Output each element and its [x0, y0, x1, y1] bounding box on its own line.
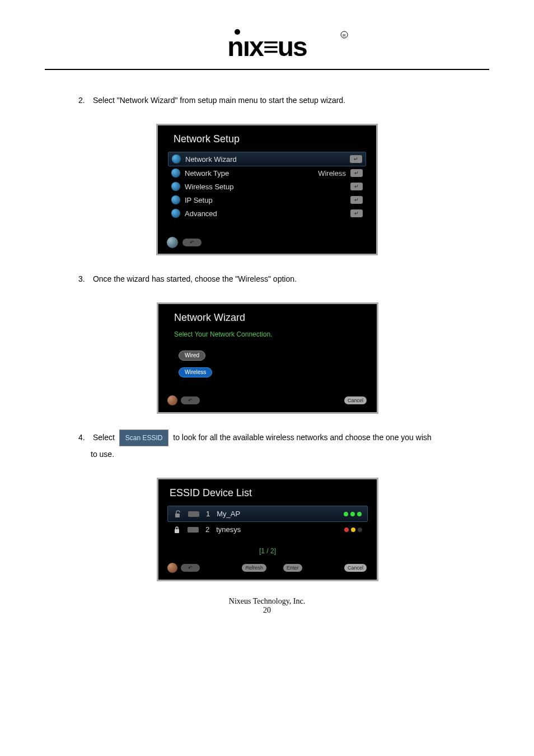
footer-company: Nixeus Technology, Inc.	[45, 597, 489, 606]
screenshot-network-wizard: Network Wizard Select Your Network Conne…	[157, 302, 378, 414]
step-3-text: Once the wizard has started, choose the …	[93, 274, 297, 283]
menu-label-0: Network Wizard	[185, 155, 237, 164]
nav-orb-icon	[167, 395, 177, 405]
menu-advanced[interactable]: Advanced ↵	[168, 207, 366, 220]
shot2-subtitle: Select Your Network Connection.	[158, 330, 377, 347]
screenshot-network-setup: Network Setup Network Wizard ↵ Network T…	[156, 124, 378, 255]
brand-logo: nıx≡us R	[45, 28, 489, 64]
option-wireless[interactable]: Wireless	[179, 367, 212, 377]
essid-name-0: My_AP	[217, 510, 240, 518]
essid-row[interactable]: 2 tynesys	[167, 522, 368, 537]
menu-label-2: Wireless Setup	[185, 183, 233, 191]
essid-row-selected[interactable]: 1 My_AP	[167, 506, 368, 522]
lock-open-icon	[174, 510, 181, 518]
enter-badge-icon: ↵	[350, 155, 362, 163]
step-4-suffix: to look for all the available wireless n…	[173, 433, 431, 442]
enter-button[interactable]: Enter	[283, 564, 302, 572]
nav-orb-icon	[167, 237, 178, 248]
shot1-title: Network Setup	[158, 125, 376, 152]
svg-text:nıx≡us: nıx≡us	[227, 32, 307, 62]
menu-network-type[interactable]: Network Type Wireless ↵	[168, 166, 366, 180]
menu-ip-setup[interactable]: IP Setup ↵	[168, 193, 366, 207]
back-pill-icon[interactable]: ↶	[182, 239, 202, 246]
enter-badge-icon: ↵	[350, 196, 363, 204]
globe-icon	[172, 155, 181, 164]
header-divider	[45, 69, 489, 70]
step-2-number: 2.	[78, 92, 91, 108]
step-3: 3. Once the wizard has started, choose t…	[78, 271, 489, 287]
svg-text:R: R	[343, 33, 346, 38]
step-4-prefix: Select	[93, 433, 117, 442]
step-4: 4. Select Scan ESSID to look for all the…	[78, 430, 489, 462]
shot3-title: ESSID Device List	[158, 479, 377, 506]
step-4-line2: to use.	[91, 450, 114, 459]
step-3-number: 3.	[78, 271, 91, 287]
nav-orb-icon	[167, 563, 177, 573]
menu-wireless-setup[interactable]: Wireless Setup ↵	[168, 180, 366, 193]
shot2-title: Network Wizard	[158, 304, 377, 330]
menu-label-4: Advanced	[185, 209, 217, 218]
step-4-number: 4.	[78, 430, 91, 445]
globe-icon	[171, 182, 180, 191]
globe-icon	[171, 169, 180, 178]
menu-value-1: Wireless	[318, 169, 346, 178]
option-wired[interactable]: Wired	[179, 351, 205, 361]
scan-essid-button[interactable]: Scan ESSID	[119, 430, 169, 446]
menu-label-3: IP Setup	[185, 196, 213, 204]
svg-rect-5	[175, 529, 179, 533]
nixeus-logo: nıx≡us R	[183, 28, 351, 63]
menu-network-wizard[interactable]: Network Wizard ↵	[168, 152, 366, 166]
enter-badge-icon: ↵	[350, 209, 363, 217]
refresh-button[interactable]: Refresh	[242, 564, 266, 572]
signal-dots	[344, 528, 362, 532]
keyboard-icon	[188, 511, 199, 517]
footer-page-number: 20	[45, 606, 489, 615]
signal-dots	[344, 512, 362, 516]
step-2-text: Select "Network Wizard" from setup main …	[93, 96, 345, 105]
enter-badge-icon: ↵	[350, 169, 363, 177]
essid-idx-0: 1	[206, 510, 210, 518]
keyboard-icon	[188, 527, 199, 533]
step-2: 2. Select "Network Wizard" from setup ma…	[78, 92, 489, 108]
globe-icon	[171, 209, 180, 218]
page-footer: Nixeus Technology, Inc. 20	[45, 597, 489, 615]
cancel-button[interactable]: Cancel	[344, 396, 367, 404]
page-indicator: [1 / 2]	[158, 537, 377, 559]
screenshot-essid-list: ESSID Device List 1 My_AP 2 tynesy	[157, 478, 378, 581]
menu-label-1: Network Type	[185, 169, 229, 178]
lock-closed-icon	[173, 526, 181, 534]
essid-name-1: tynesys	[216, 525, 241, 534]
essid-idx-1: 2	[205, 525, 209, 534]
back-pill-icon[interactable]: ↶	[181, 396, 200, 404]
enter-badge-icon: ↵	[350, 183, 363, 190]
cancel-button[interactable]: Cancel	[344, 564, 367, 572]
svg-rect-4	[175, 514, 180, 517]
globe-icon	[171, 195, 180, 204]
back-pill-icon[interactable]: ↶	[181, 564, 200, 572]
